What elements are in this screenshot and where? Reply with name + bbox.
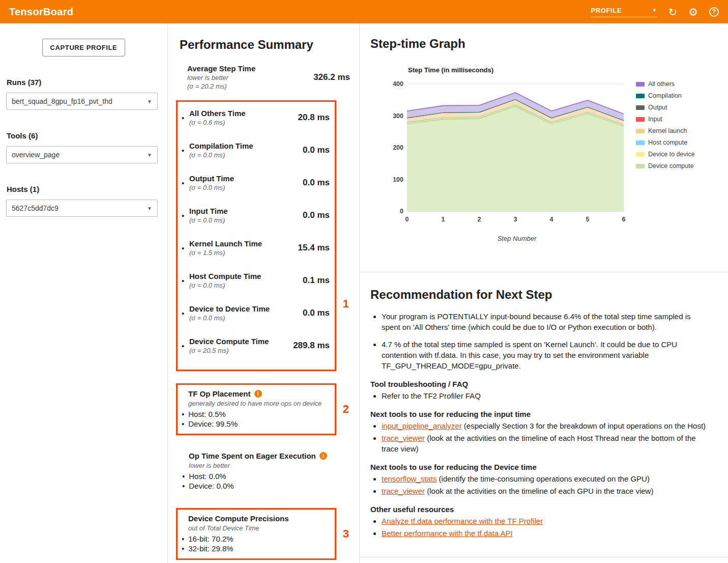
metric-label: Device Compute Time: [189, 337, 289, 346]
metric-value: 289.8 ms: [293, 341, 330, 351]
gear-icon[interactable]: ⚙: [688, 7, 698, 17]
metric-label: Compilation Time: [189, 142, 299, 150]
metric-row: • All Others Time (σ = 0.6 ms) 20.8 ms: [182, 109, 330, 126]
svg-text:3: 3: [514, 216, 517, 223]
metric-value: 0.0 ms: [303, 308, 330, 318]
metric-value: 20.8 ms: [298, 112, 330, 123]
metric-row: • Device Compute Time (σ = 20.5 ms) 289.…: [182, 337, 330, 354]
rec-link[interactable]: input_pipeline_analyzer: [382, 421, 462, 430]
metric-sigma: (σ = 0.0 ms): [189, 314, 299, 322]
rec-list-item: trace_viewer (look at the activities on …: [382, 486, 708, 496]
annotation-number-2: 2: [343, 403, 349, 416]
runs-select[interactable]: bert_squad_8gpu_fp16_pvt_thd ▼: [6, 93, 158, 110]
legend-label: Host compute: [648, 139, 687, 146]
dashboard-select[interactable]: PROFILE ▼: [591, 7, 657, 17]
rec-list-item: Analyze tf.data performance with the TF …: [382, 516, 708, 526]
rec-link[interactable]: Analyze tf.data performance with the TF …: [382, 517, 543, 525]
reload-icon[interactable]: ↻: [668, 7, 678, 17]
rec-link[interactable]: Better performance with the tf.data API: [382, 529, 513, 538]
metric-value: 15.4 ms: [298, 243, 330, 253]
metric-row: • Host Compute Time (σ = 0.0 ms) 0.1 ms: [182, 272, 330, 289]
rec-link[interactable]: tensorflow_stats: [382, 474, 436, 483]
rec-item-text: (identify the time-consuming operations …: [436, 474, 650, 483]
metric-value: 326.2 ms: [313, 72, 350, 82]
svg-text:6: 6: [622, 216, 626, 223]
sidebar: CAPTURE PROFILE Runs (37) bert_squad_8gp…: [0, 23, 168, 563]
list-item: 32-bit: 29.8%: [182, 544, 329, 553]
eager-execution-title: Op Time Spent on Eager Execution: [189, 452, 316, 460]
tf-op-placement-title: TF Op Placement: [188, 389, 251, 398]
app-header: TensorBoard PROFILE ▼ ↻ ⚙ ?: [0, 0, 728, 23]
metric-sigma: (σ = 0.0 ms): [189, 184, 299, 191]
legend-swatch-icon: [636, 140, 645, 145]
tools-select[interactable]: overview_page ▼: [6, 146, 158, 163]
annotation-box-2: 2 TF Op Placement i generally desired to…: [176, 383, 336, 435]
legend-item: Device compute: [636, 162, 695, 170]
legend-swatch-icon: [636, 117, 645, 122]
tf-op-placement-note: generally desired to have more ops on de…: [182, 400, 329, 407]
bullet-icon: •: [182, 179, 189, 187]
metric-row: • Compilation Time (σ = 0.0 ms) 0.0 ms: [182, 142, 330, 159]
metric-value: 0.0 ms: [303, 210, 330, 220]
bullet-icon: •: [182, 244, 189, 252]
list-item: 16-bit: 70.2%: [182, 534, 329, 544]
legend-item: Host compute: [636, 139, 695, 146]
rec-section-heading: Tool troubleshooting / FAQ: [370, 380, 708, 388]
metric-sigma: (σ = 0.6 ms): [189, 119, 294, 126]
legend-item: Output: [636, 104, 695, 111]
metric-value: 0.1 ms: [303, 275, 330, 286]
metric-label: Host Compute Time: [189, 272, 299, 280]
metric-label: Output Time: [189, 174, 299, 183]
chart-x-axis-label: Step Number: [385, 235, 629, 242]
annotation-number-3: 3: [343, 527, 349, 541]
tools-select-value: overview_page: [12, 151, 60, 159]
bullet-icon: •: [182, 276, 189, 285]
annotation-box-3: 3 Device Compute Precisions out of Total…: [176, 508, 336, 560]
chevron-down-icon: ▼: [147, 99, 152, 104]
legend-label: Compilation: [648, 92, 682, 99]
metric-row: • Input Time (σ = 0.0 ms) 0.0 ms: [182, 207, 330, 224]
legend-swatch-icon: [636, 82, 645, 87]
metric-value: 0.0 ms: [303, 145, 330, 155]
step-time-graph-title: Step-time Graph: [370, 37, 728, 51]
recommendation-panel: Recommendation for Next Step Your progra…: [360, 272, 728, 557]
device-compute-precisions-title: Device Compute Precisions: [188, 514, 289, 523]
metric-sigma: (σ = 1.5 ms): [189, 249, 294, 257]
metric-sigma: (σ = 0.0 ms): [189, 282, 299, 289]
rec-link[interactable]: trace_viewer: [382, 434, 425, 442]
recommendation-bullet: Your program is POTENTIALLY input-bound …: [382, 311, 708, 332]
svg-text:2: 2: [478, 216, 481, 223]
device-compute-precisions-note: out of Total Device Time: [182, 524, 329, 532]
recommendation-title: Recommendation for Next Step: [370, 288, 708, 302]
metric-sigma: (σ = 0.0 ms): [189, 216, 299, 224]
metric-sigma: (σ = 20.2 ms): [187, 82, 309, 90]
performance-summary-panel: Performance Summary Average Step Time lo…: [168, 23, 360, 563]
rec-list-item: Refer to the TF2 Profiler FAQ: [382, 390, 708, 401]
metric-row: • Kernel Launch Time (σ = 1.5 ms) 15.4 m…: [182, 239, 330, 257]
rec-section-heading: Other useful resources: [370, 505, 708, 514]
capture-profile-button[interactable]: CAPTURE PROFILE: [42, 39, 126, 57]
legend-swatch-icon: [636, 105, 645, 110]
legend-swatch-icon: [636, 152, 645, 157]
bullet-icon: •: [182, 342, 189, 350]
legend-swatch-icon: [636, 129, 645, 133]
hosts-select-value: 5627c5dd7dc9: [12, 204, 59, 212]
legend-label: Output: [648, 104, 667, 111]
help-icon[interactable]: ?: [709, 7, 719, 17]
runs-label: Runs (37): [7, 78, 167, 87]
metric-sigma: (σ = 20.5 ms): [189, 347, 289, 354]
rec-list-item: Better performance with the tf.data API: [382, 528, 708, 539]
chart-title: Step Time (in milliseconds): [408, 66, 629, 74]
app-title: TensorBoard: [9, 6, 73, 18]
legend-label: All others: [648, 80, 675, 88]
svg-text:200: 200: [393, 144, 403, 151]
rec-list-item: input_pipeline_analyzer (especially Sect…: [382, 420, 708, 431]
rec-link[interactable]: trace_viewer: [382, 487, 425, 495]
list-item: Host: 0.0%: [182, 471, 350, 481]
info-icon[interactable]: i: [319, 452, 327, 460]
rec-item-text: Refer to the TF2 Profiler FAQ: [382, 391, 481, 400]
rec-list-item: tensorflow_stats (identify the time-cons…: [382, 473, 708, 484]
step-time-graph-panel: Step-time Graph Step Time (in millisecon…: [360, 23, 728, 272]
hosts-select[interactable]: 5627c5dd7dc9 ▼: [6, 200, 158, 217]
info-icon[interactable]: i: [254, 390, 262, 398]
